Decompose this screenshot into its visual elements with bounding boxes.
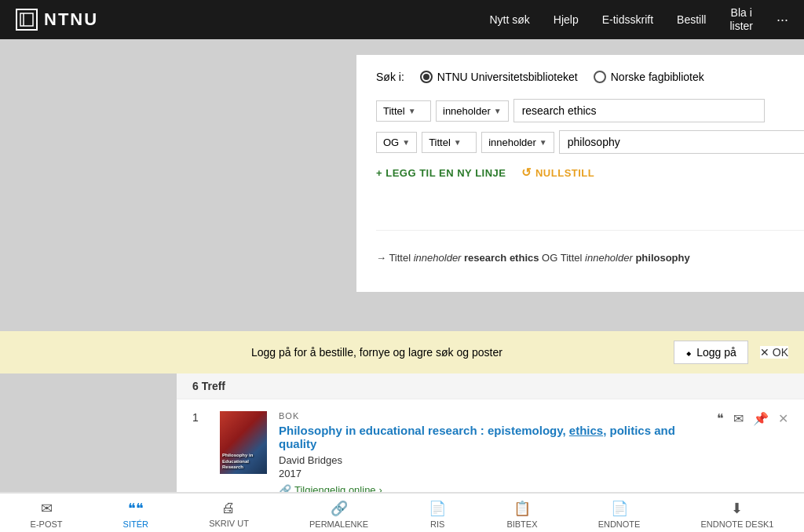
reset-button[interactable]: ↺ NULLSTILL [521, 166, 594, 180]
field-select-1-arrow: ▼ [408, 107, 416, 115]
results-header: 6 Treff [177, 373, 804, 399]
toolbar-endnote-label: ENDNOTE [598, 519, 641, 529]
query-arrow: → [376, 252, 389, 264]
toolbar-endnote[interactable]: 📄 ENDNOTE [587, 500, 652, 529]
nav-new-search[interactable]: Nytt søk [489, 13, 529, 26]
cite-button[interactable]: ❝ [717, 411, 724, 426]
radio-ntnu[interactable]: NTNU Universitetsbiblioteket [420, 71, 578, 83]
toolbar-permalink[interactable]: 🔗 PERMALENKE [298, 500, 380, 529]
search-fields: Tittel ▼ inneholder ▼ [376, 99, 804, 180]
result-actions: ❝ ✉ 📌 ✕ [717, 411, 788, 496]
radio-ntnu-label: NTNU Universitetsbiblioteket [437, 71, 578, 83]
query-text: → Tittel inneholder research ethics OG T… [376, 252, 690, 264]
email-button[interactable]: ✉ [733, 411, 744, 426]
search-input-1[interactable] [513, 99, 765, 122]
search-layout: Søk i: NTNU Universitetsbiblioteket Nors… [0, 55, 804, 292]
nav-browse[interactable]: Bla i lister [729, 6, 753, 33]
close-button[interactable]: ✕ [778, 411, 788, 426]
field-select-2-label: Tittel [429, 137, 451, 148]
email-toolbar-icon: ✉ [41, 500, 53, 517]
query-qualifier1: inneholder [414, 252, 462, 264]
query-term1: research ethics [464, 252, 539, 264]
toolbar-bibtex-label: BIBTEX [506, 519, 537, 529]
nav-ejournal[interactable]: E-tidsskrift [602, 13, 653, 26]
toolbar-bibtex[interactable]: 📋 BIBTEX [495, 500, 549, 529]
ok-button[interactable]: ✕ OK [760, 346, 788, 359]
search-panel-container: Søk i: NTNU Universitetsbiblioteket Nors… [180, 55, 804, 292]
bool-select-2-arrow: ▼ [402, 138, 410, 147]
operator-select-1[interactable]: inneholder ▼ [436, 100, 509, 122]
operator-select-2-label: inneholder [488, 137, 536, 148]
toolbar-endnote-desk[interactable]: ⬇ ENDNOTE DESK1 [689, 500, 786, 529]
search-input-2[interactable] [559, 130, 804, 154]
operator-select-2-arrow: ▼ [539, 138, 547, 147]
query-term2: philosophy [635, 252, 689, 264]
toolbar-cite-label: SITÉR [123, 519, 148, 529]
svg-rect-0 [20, 13, 33, 26]
ok-button-label: OK [773, 346, 788, 359]
radio-ntnu-circle[interactable] [420, 71, 433, 83]
main-nav: Nytt søk Hjelp E-tidsskrift Bestill Bla … [489, 6, 788, 33]
library-selector: Søk i: NTNU Universitetsbiblioteket Nors… [376, 71, 804, 83]
pin-button[interactable]: 📌 [753, 411, 769, 426]
toolbar-print[interactable]: 🖨 SKRIV UT [197, 500, 261, 529]
toolbar-permalink-label: PERMALENKE [309, 519, 368, 529]
bool-select-2[interactable]: OG ▼ [376, 132, 417, 153]
toolbar-ris[interactable]: 📄 RIS [417, 500, 458, 529]
bool-select-2-label: OG [383, 137, 399, 148]
result-type: BOK [279, 411, 705, 421]
query-field2: Tittel [561, 252, 583, 264]
operator-select-2[interactable]: inneholder ▼ [481, 132, 554, 153]
field-select-2[interactable]: Tittel ▼ [422, 132, 477, 153]
query-qualifier2: inneholder [585, 252, 633, 264]
result-highlight-ethics: ethics [569, 424, 603, 437]
cite-toolbar-icon: ❝❝ [128, 500, 144, 517]
page-wrapper: NTNU Nytt søk Hjelp E-tidsskrift Bestill… [0, 0, 804, 532]
bottom-toolbar: ✉ E-POST ❝❝ SITÉR 🖨 SKRIV UT 🔗 PERMALENK… [0, 492, 804, 532]
action-buttons: + LEGG TIL EN NY LINJE ↺ NULLSTILL [376, 166, 804, 180]
nav-more[interactable]: ··· [777, 12, 788, 28]
operator-select-1-arrow: ▼ [494, 107, 502, 115]
toolbar-email[interactable]: ✉ E-POST [19, 500, 75, 529]
ok-icon: ✕ [760, 346, 769, 359]
logo-icon [20, 13, 34, 27]
reset-icon: ↺ [521, 166, 532, 180]
query-preview: → Tittel inneholder research ethics OG T… [376, 230, 804, 272]
login-button-label: Logg på [696, 346, 736, 359]
login-button[interactable]: ⬥ Logg på [674, 341, 748, 364]
result-title-text[interactable]: Philosophy in educational research : epi… [279, 424, 675, 450]
search-in-label: Søk i: [376, 71, 404, 83]
toolbar-ris-label: RIS [430, 519, 444, 529]
toolbar-email-label: E-POST [31, 519, 63, 529]
search-row-1: Tittel ▼ inneholder ▼ [376, 99, 804, 122]
radio-norske[interactable]: Norske fagbibliotek [594, 71, 704, 83]
search-row-2: OG ▼ Tittel ▼ inneholder ▼ [376, 130, 804, 154]
ris-toolbar-icon: 📄 [429, 500, 446, 517]
result-author: David Bridges [279, 454, 705, 466]
field-select-1-label: Tittel [383, 105, 405, 117]
print-toolbar-icon: 🖨 [221, 500, 236, 516]
result-thumbnail: Philosophy in Educational Research [220, 411, 267, 474]
field-select-1[interactable]: Tittel ▼ [376, 100, 431, 122]
toolbar-cite[interactable]: ❝❝ SITÉR [111, 500, 160, 529]
radio-norske-label: Norske fagbibliotek [611, 71, 704, 83]
query-operator: OG [542, 252, 557, 264]
query-field1: Tittel [389, 252, 411, 264]
nav-help[interactable]: Hjelp [554, 13, 579, 26]
result-year: 2017 [279, 468, 705, 479]
radio-norske-circle[interactable] [594, 71, 606, 83]
login-icon: ⬥ [685, 346, 692, 359]
bibtex-toolbar-icon: 📋 [513, 500, 531, 517]
results-count: 6 Treff [192, 380, 225, 392]
result-info: BOK Philosophy in educational research :… [279, 411, 705, 496]
result-number: 1 [192, 411, 208, 496]
field-select-2-arrow: ▼ [454, 138, 462, 147]
endnote-desk-toolbar-icon: ⬇ [731, 500, 743, 517]
search-rows-container: Tittel ▼ inneholder ▼ [376, 99, 804, 214]
search-panel: Søk i: NTNU Universitetsbiblioteket Nors… [356, 55, 804, 292]
nav-order[interactable]: Bestill [677, 13, 706, 26]
permalink-toolbar-icon: 🔗 [331, 500, 348, 517]
endnote-toolbar-icon: 📄 [611, 500, 628, 517]
result-title[interactable]: Philosophy in educational research : epi… [279, 424, 705, 450]
add-line-button[interactable]: + LEGG TIL EN NY LINJE [376, 167, 506, 179]
